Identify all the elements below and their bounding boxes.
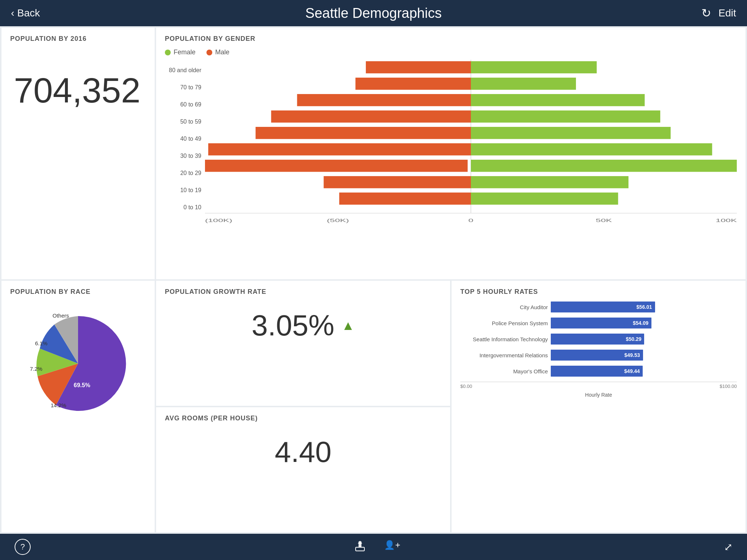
svg-rect-2 xyxy=(366,61,471,73)
pie-chart-container: 69.5% 14.2% 7.2% 6.1% Others xyxy=(16,302,140,425)
refresh-icon[interactable]: ↻ xyxy=(701,6,711,20)
hourly-bar-container: $49.44 xyxy=(551,366,737,377)
pop2016-title: POPULATION BY 2016 xyxy=(10,35,146,43)
svg-rect-3 xyxy=(471,61,597,73)
page-title: Seattle Demographics xyxy=(305,5,442,21)
hourly-bar: $54.09 xyxy=(551,318,651,328)
svg-text:14.2%: 14.2% xyxy=(51,402,66,408)
rooms-value: 4.40 xyxy=(165,435,441,469)
avg-rooms-title: AVG ROOMS (PER HOUSE) xyxy=(165,415,441,422)
hourly-bar-value: $56.01 xyxy=(636,304,652,310)
svg-rect-19 xyxy=(471,192,618,205)
hourly-x-axis-title: Hourly Rate xyxy=(460,392,737,398)
svg-rect-11 xyxy=(471,127,671,139)
axis-tick-label: $100.00 xyxy=(720,384,737,389)
age-label: 40 to 49 xyxy=(165,136,201,142)
svg-rect-7 xyxy=(471,94,645,106)
add-user-button[interactable]: 👤+ xyxy=(384,540,400,554)
pop-growth-title: POPULATION GROWTH RATE xyxy=(165,288,266,296)
help-button[interactable]: ? xyxy=(15,539,31,555)
growth-value-container: 3.05% ▲ xyxy=(165,309,441,342)
svg-rect-8 xyxy=(271,110,471,122)
hourly-bar-container: $49.53 xyxy=(551,350,737,361)
svg-rect-5 xyxy=(471,78,576,90)
age-label: 30 to 39 xyxy=(165,153,201,159)
age-label: 10 to 19 xyxy=(165,187,201,194)
age-label: 0 to 10 xyxy=(165,204,201,211)
svg-text:0: 0 xyxy=(468,218,473,223)
top-hourly-card: TOP 5 HOURLY RATES City Auditor$56.01Pol… xyxy=(452,281,746,532)
svg-rect-17 xyxy=(471,176,628,188)
avg-rooms-card: AVG ROOMS (PER HOUSE) 4.40 xyxy=(156,407,450,532)
svg-text:Others: Others xyxy=(53,312,69,319)
growth-up-arrow-icon: ▲ xyxy=(342,318,355,333)
svg-marker-31 xyxy=(358,541,362,544)
age-label: 20 to 29 xyxy=(165,170,201,176)
footer-center-actions: 👤+ xyxy=(354,540,400,554)
back-label: Back xyxy=(17,7,40,19)
svg-text:(50K): (50K) xyxy=(327,218,349,223)
growth-value: 3.05% xyxy=(252,309,334,342)
svg-rect-16 xyxy=(324,176,471,188)
population-2016-card: POPULATION BY 2016 704,352 xyxy=(1,28,155,279)
pyramid-bars-area: (100K) (50K) 0 50K 100K xyxy=(205,60,737,228)
age-label: 70 to 79 xyxy=(165,84,201,91)
pop-gender-title: POPULATION BY GENDER xyxy=(165,35,737,43)
hourly-bar: $49.53 xyxy=(551,350,643,361)
pop-race-title: POPULATION BY RACE xyxy=(10,288,146,296)
hourly-row: Police Pension System$54.09 xyxy=(460,318,737,328)
hourly-bar: $49.44 xyxy=(551,366,643,377)
pie-chart-svg: 69.5% 14.2% 7.2% 6.1% Others xyxy=(16,302,140,425)
share-button[interactable] xyxy=(354,540,366,554)
svg-rect-15 xyxy=(471,160,737,172)
svg-rect-9 xyxy=(471,110,660,122)
svg-rect-10 xyxy=(256,127,471,139)
hourly-bar-value: $54.09 xyxy=(633,320,649,326)
bottom-right-area: POPULATION GROWTH RATE 3.05% ▲ TOP 5 HOU… xyxy=(156,281,746,532)
hourly-x-axis-labels: $0.00$100.00 xyxy=(460,384,737,389)
svg-text:100K: 100K xyxy=(716,218,737,223)
hourly-bar-container: $56.01 xyxy=(551,302,737,312)
pop-growth-card: POPULATION GROWTH RATE 3.05% ▲ xyxy=(156,281,450,406)
header: ‹ Back Seattle Demographics ↻ Edit xyxy=(0,0,747,26)
header-actions: ↻ Edit xyxy=(701,6,736,20)
male-legend-item: Male xyxy=(206,48,229,56)
svg-rect-6 xyxy=(297,94,471,106)
svg-text:(100K): (100K) xyxy=(205,218,232,223)
hourly-bar-value: $49.44 xyxy=(624,368,640,374)
svg-rect-12 xyxy=(208,143,471,155)
svg-rect-4 xyxy=(356,78,471,90)
population-gender-card: POPULATION BY GENDER Female Male 80 and … xyxy=(156,28,746,279)
age-label: 80 and older xyxy=(165,67,201,74)
pyramid-age-labels: 80 and older 70 to 79 60 to 69 50 to 59 … xyxy=(165,60,205,228)
hourly-row: Intergovernmental Relations$49.53 xyxy=(460,350,737,361)
hourly-bar-container: $50.29 xyxy=(551,334,737,345)
hourly-item-label: Seattle Information Technology xyxy=(460,336,548,342)
hourly-row: Mayor's Office$49.44 xyxy=(460,366,737,377)
hourly-item-label: Police Pension System xyxy=(460,320,548,326)
female-dot xyxy=(165,50,171,55)
female-legend-item: Female xyxy=(165,48,196,56)
pop2016-value: 704,352 xyxy=(10,70,146,110)
hourly-bar: $50.29 xyxy=(551,334,644,345)
svg-rect-18 xyxy=(339,192,471,205)
hourly-bar-container: $54.09 xyxy=(551,318,737,328)
svg-text:7.2%: 7.2% xyxy=(30,366,42,372)
hourly-bar: $56.01 xyxy=(551,302,655,312)
age-label: 60 to 69 xyxy=(165,101,201,108)
pyramid-container: 80 and older 70 to 79 60 to 69 50 to 59 … xyxy=(165,60,737,228)
edit-button[interactable]: Edit xyxy=(719,7,736,19)
male-label: Male xyxy=(215,48,229,56)
hourly-item-label: City Auditor xyxy=(460,304,548,310)
hourly-row: Seattle Information Technology$50.29 xyxy=(460,334,737,345)
svg-text:6.1%: 6.1% xyxy=(35,340,47,346)
back-button[interactable]: ‹ Back xyxy=(11,7,40,19)
population-race-card: POPULATION BY RACE xyxy=(1,281,155,532)
expand-button[interactable]: ⤢ xyxy=(724,541,732,553)
svg-rect-32 xyxy=(356,547,364,551)
hourly-bar-value: $49.53 xyxy=(624,352,640,358)
hourly-bar-value: $50.29 xyxy=(626,336,642,342)
svg-text:69.5%: 69.5% xyxy=(74,382,90,388)
footer: ? 👤+ ⤢ xyxy=(0,534,747,560)
male-dot xyxy=(206,50,212,55)
